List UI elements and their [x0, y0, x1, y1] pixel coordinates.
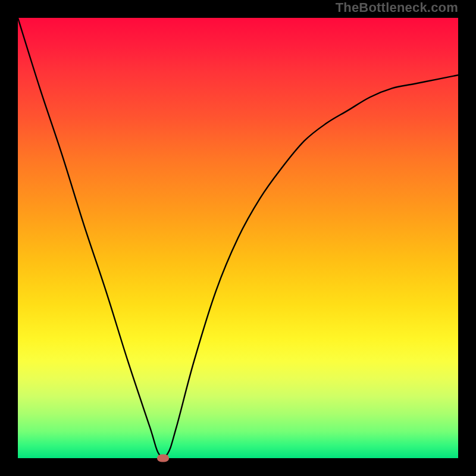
- curve-svg: [18, 18, 458, 458]
- chart-frame: TheBottleneck.com: [0, 0, 476, 476]
- bottleneck-curve-path: [18, 18, 458, 458]
- optimum-marker: [157, 455, 169, 462]
- plot-area: [18, 18, 458, 458]
- watermark-text: TheBottleneck.com: [336, 0, 458, 15]
